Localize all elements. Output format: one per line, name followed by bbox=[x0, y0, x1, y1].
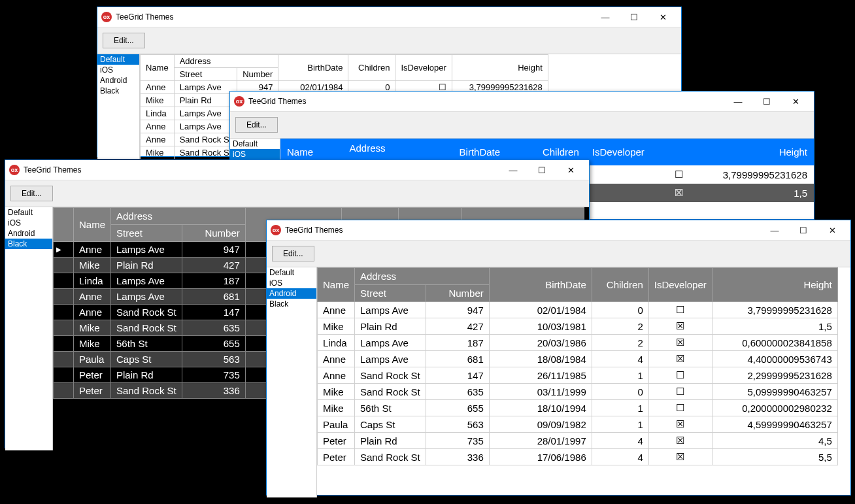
titlebar[interactable]: ox TeeGrid Themes — ☐ ✕ bbox=[97, 7, 681, 27]
col-name[interactable]: Name bbox=[74, 208, 111, 242]
minimize-button[interactable]: — bbox=[591, 7, 620, 27]
maximize-button[interactable]: ☐ bbox=[789, 220, 818, 240]
theme-item[interactable]: Black bbox=[5, 239, 52, 249]
maximize-button[interactable]: ☐ bbox=[528, 160, 556, 180]
window-title: TeeGrid Themes bbox=[248, 97, 724, 106]
table-row: PaulaCaps St56309/09/19821☒4,59999990463… bbox=[318, 416, 838, 433]
maximize-button[interactable]: ☐ bbox=[620, 7, 648, 27]
checkbox-icon[interactable]: ☒ bbox=[648, 433, 712, 449]
col-children[interactable]: Children bbox=[592, 268, 648, 302]
theme-item[interactable]: Default bbox=[267, 267, 316, 278]
col-name[interactable]: Name bbox=[318, 268, 355, 302]
col-number[interactable]: Number bbox=[426, 285, 489, 302]
titlebar[interactable]: ox TeeGrid Themes — ☐ ✕ bbox=[230, 92, 814, 112]
edit-button[interactable]: Edit... bbox=[272, 246, 314, 261]
col-number[interactable]: Number bbox=[182, 225, 245, 242]
checkbox-icon[interactable]: ☒ bbox=[648, 318, 712, 335]
toolbar: Edit... bbox=[230, 112, 814, 139]
checkbox-icon[interactable]: ☐ bbox=[648, 302, 712, 318]
checkbox-icon[interactable]: ☒ bbox=[648, 416, 712, 433]
table-row: Mike56th St65518/10/19941☐0,200000002980… bbox=[318, 400, 838, 416]
col-height[interactable]: Height bbox=[690, 139, 814, 165]
theme-item[interactable]: Default bbox=[230, 139, 280, 149]
minimize-button[interactable]: — bbox=[760, 220, 789, 240]
checkbox-icon[interactable]: ☒ bbox=[648, 449, 712, 465]
checkbox-icon[interactable]: ☐ bbox=[648, 400, 712, 416]
col-address[interactable]: Address bbox=[174, 55, 278, 68]
theme-item[interactable]: iOS bbox=[230, 149, 280, 160]
titlebar[interactable]: ox TeeGrid Themes — ☐ ✕ bbox=[267, 220, 850, 241]
edit-button[interactable]: Edit... bbox=[235, 117, 278, 133]
table-row: AnneLamps Ave68118/08/19844☒4,4000000953… bbox=[318, 351, 838, 367]
theme-item[interactable]: Android bbox=[5, 228, 52, 239]
theme-item[interactable]: Default bbox=[5, 207, 52, 218]
window-title: TeeGrid Themes bbox=[116, 12, 591, 22]
table-row: AnneLamps Ave94702/01/19840☐3,7999999523… bbox=[318, 302, 838, 318]
col-name[interactable]: Name bbox=[141, 55, 175, 81]
window-title: TeeGrid Themes bbox=[24, 165, 499, 175]
theme-item[interactable]: Black bbox=[267, 299, 316, 309]
app-icon: ox bbox=[101, 12, 112, 22]
checkbox-icon[interactable]: ☐ bbox=[648, 367, 712, 384]
app-icon: ox bbox=[9, 165, 20, 175]
theme-item[interactable]: Default bbox=[97, 54, 139, 65]
theme-item[interactable]: iOS bbox=[97, 65, 139, 75]
col-isdev[interactable]: IsDeveloper bbox=[586, 139, 690, 165]
col-birth[interactable]: BirthDate bbox=[278, 55, 348, 81]
theme-list[interactable]: Default iOS Android Black bbox=[267, 267, 317, 497]
col-address[interactable]: Address bbox=[343, 139, 420, 158]
checkbox-icon[interactable]: ☒ bbox=[648, 335, 712, 351]
edit-button[interactable]: Edit... bbox=[10, 186, 53, 201]
col-street[interactable]: Street bbox=[111, 225, 182, 242]
theme-list[interactable]: Default iOS Android Black bbox=[97, 54, 140, 159]
checkbox-icon[interactable]: ☒ bbox=[648, 351, 712, 367]
toolbar: Edit... bbox=[5, 180, 589, 207]
table-row: PeterPlain Rd73528/01/19974☒4,5 bbox=[318, 433, 838, 449]
col-birth[interactable]: BirthDate bbox=[489, 268, 592, 302]
maximize-button[interactable]: ☐ bbox=[752, 92, 781, 111]
minimize-button[interactable]: — bbox=[724, 92, 752, 111]
theme-list[interactable]: Default iOS Android Black bbox=[5, 207, 53, 450]
table-row: MikeSand Rock St63503/11/19990☐5,0999999… bbox=[318, 384, 838, 400]
theme-item[interactable]: Android bbox=[267, 288, 316, 299]
close-button[interactable]: ✕ bbox=[648, 7, 677, 27]
close-button[interactable]: ✕ bbox=[818, 220, 847, 240]
theme-item[interactable]: Android bbox=[97, 75, 139, 86]
table-row: AnneSand Rock St14726/11/19851☐2,2999999… bbox=[318, 367, 838, 384]
toolbar: Edit... bbox=[267, 241, 850, 267]
col-children[interactable]: Children bbox=[348, 55, 395, 81]
col-street[interactable]: Street bbox=[174, 68, 237, 81]
checkbox-icon[interactable]: ☐ bbox=[648, 384, 712, 400]
col-isdev[interactable]: IsDeveloper bbox=[395, 55, 452, 81]
window-android: ox TeeGrid Themes — ☐ ✕ Edit... Default … bbox=[266, 220, 851, 496]
table-row: MikePlain Rd42710/03/19812☒1,5 bbox=[318, 318, 838, 335]
table-row: LindaLamps Ave18720/03/19862☒0,600000023… bbox=[318, 335, 838, 351]
edit-button[interactable]: Edit... bbox=[103, 33, 145, 48]
theme-item[interactable]: iOS bbox=[267, 278, 316, 288]
col-isdev[interactable]: IsDeveloper bbox=[648, 268, 712, 302]
data-grid[interactable]: NameAddressBirthDateChildrenIsDeveloperH… bbox=[317, 267, 850, 497]
col-address[interactable]: Address bbox=[111, 208, 246, 225]
window-title: TeeGrid Themes bbox=[285, 226, 760, 235]
toolbar: Edit... bbox=[97, 27, 681, 54]
col-street[interactable]: Street bbox=[355, 285, 426, 302]
theme-item[interactable]: Black bbox=[97, 86, 139, 96]
titlebar[interactable]: ox TeeGrid Themes — ☐ ✕ bbox=[5, 160, 589, 180]
app-icon: ox bbox=[234, 96, 244, 107]
theme-item[interactable]: iOS bbox=[5, 218, 52, 228]
close-button[interactable]: ✕ bbox=[781, 92, 810, 111]
col-address[interactable]: Address bbox=[355, 268, 490, 285]
minimize-button[interactable]: — bbox=[499, 160, 528, 180]
close-button[interactable]: ✕ bbox=[556, 160, 585, 180]
col-number[interactable]: Number bbox=[237, 68, 278, 81]
table-row: PeterSand Rock St33617/06/19864☒5,5 bbox=[318, 449, 838, 465]
app-icon: ox bbox=[271, 225, 281, 235]
col-height[interactable]: Height bbox=[712, 268, 837, 302]
col-height[interactable]: Height bbox=[452, 55, 548, 81]
row-indicator-icon: ▶ bbox=[54, 242, 74, 258]
